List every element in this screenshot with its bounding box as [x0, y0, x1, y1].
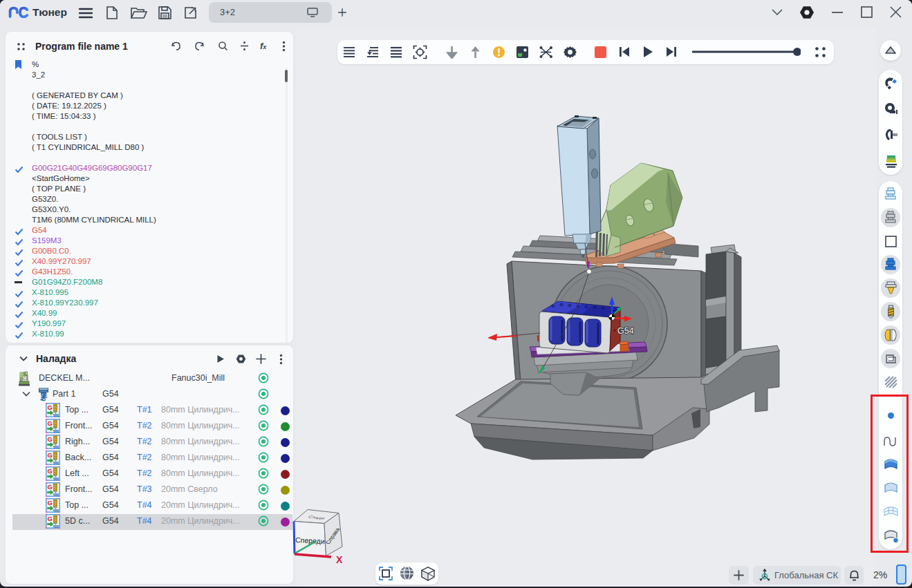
svg-text:G: G — [48, 451, 53, 459]
svg-text:G: G — [48, 435, 53, 443]
svg-text:G: G — [48, 467, 53, 475]
svg-text:G: G — [48, 499, 53, 506]
svg-text:G: G — [48, 419, 53, 427]
svg-text:G: G — [48, 515, 53, 522]
svg-text:G54: G54 — [617, 326, 634, 336]
svg-text:G: G — [48, 483, 53, 491]
svg-text:G: G — [48, 404, 53, 411]
